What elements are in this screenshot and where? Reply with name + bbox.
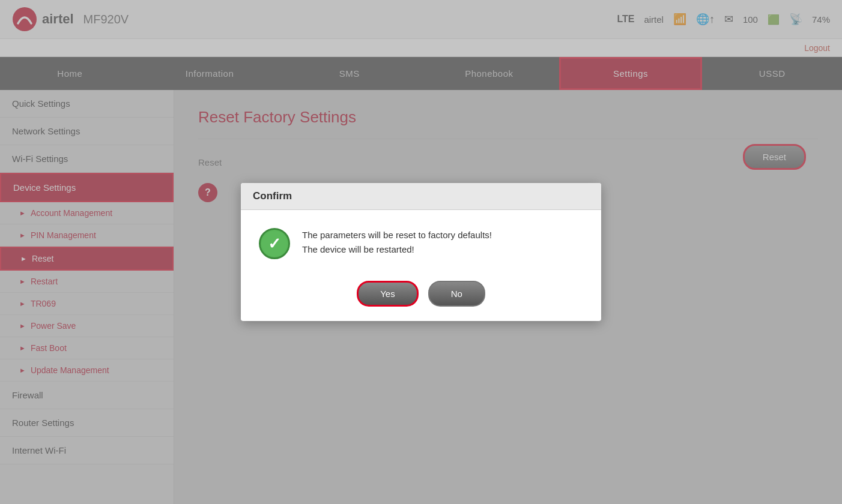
modal-message: The parameters will be reset to factory … — [302, 228, 492, 257]
success-icon: ✓ — [259, 228, 290, 259]
modal-overlay: Confirm ✓ The parameters will be reset t… — [0, 0, 842, 504]
modal-message-line1: The parameters will be reset to factory … — [302, 230, 492, 240]
confirm-modal: Confirm ✓ The parameters will be reset t… — [241, 183, 601, 321]
modal-message-line2: The device will be restarted! — [302, 244, 414, 254]
no-button[interactable]: No — [428, 281, 485, 307]
modal-body: ✓ The parameters will be reset to factor… — [241, 210, 601, 271]
modal-header: Confirm — [241, 183, 601, 210]
yes-button[interactable]: Yes — [357, 281, 418, 307]
modal-footer: Yes No — [241, 271, 601, 321]
